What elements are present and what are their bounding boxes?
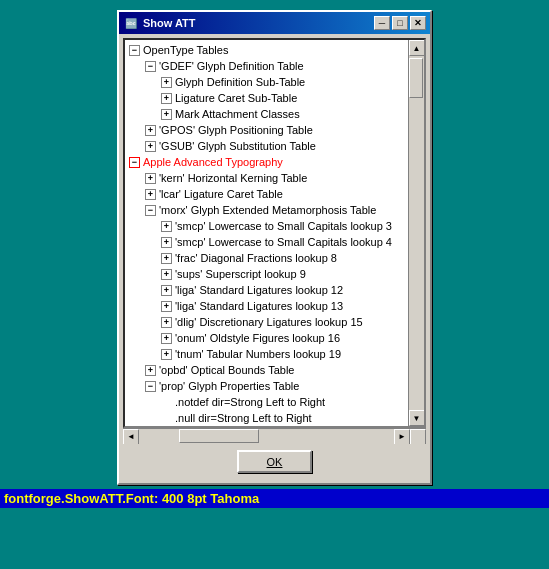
tree-row[interactable]: +'liga' Standard Ligatures lookup 12 (127, 282, 406, 298)
expand-plus-icon[interactable]: + (161, 317, 172, 328)
window-icon: 🔤 (123, 15, 139, 31)
tree-row[interactable]: +'onum' Oldstyle Figures lookup 16 (127, 330, 406, 346)
scroll-track-v[interactable] (409, 56, 424, 410)
tree-row[interactable]: +'sups' Superscript lookup 9 (127, 266, 406, 282)
expand-plus-icon[interactable]: + (161, 221, 172, 232)
scroll-corner (410, 429, 426, 445)
tree-row[interactable]: +'opbd' Optical Bounds Table (127, 362, 406, 378)
tree-row[interactable]: .null dir=Strong Left to Right (127, 410, 406, 426)
tree-node-label: OpenType Tables (143, 42, 228, 58)
scroll-thumb-v[interactable] (409, 58, 423, 98)
window-title: Show ATT (143, 17, 374, 29)
tree-row[interactable]: +'GPOS' Glyph Positioning Table (127, 122, 406, 138)
expand-plus-icon[interactable]: + (145, 173, 156, 184)
tree-node-label: 'kern' Horizontal Kerning Table (159, 170, 307, 186)
tree-scroll-content[interactable]: −OpenType Tables−'GDEF' Glyph Definition… (125, 40, 408, 426)
tree-row[interactable]: +Glyph Definition Sub-Table (127, 74, 406, 90)
tree-row[interactable]: +Ligature Caret Sub-Table (127, 90, 406, 106)
scroll-thumb-h[interactable] (179, 429, 259, 443)
tree-row[interactable]: −'morx' Glyph Extended Metamorphosis Tab… (127, 202, 406, 218)
tree-node-label: 'tnum' Tabular Numbers lookup 19 (175, 346, 341, 362)
scroll-track-h[interactable] (139, 429, 394, 444)
tree-node-label: 'opbd' Optical Bounds Table (159, 362, 294, 378)
scroll-left-button[interactable]: ◄ (123, 429, 139, 445)
tree-row[interactable]: +'lcar' Ligature Caret Table (127, 186, 406, 202)
tree-node-label: 'liga' Standard Ligatures lookup 12 (175, 282, 343, 298)
expand-minus-icon[interactable]: − (129, 45, 140, 56)
expand-plus-icon[interactable]: + (161, 269, 172, 280)
tree-node-label: 'liga' Standard Ligatures lookup 13 (175, 298, 343, 314)
expand-plus-icon[interactable]: + (161, 253, 172, 264)
expand-plus-icon[interactable]: + (161, 285, 172, 296)
tree-row[interactable]: +'kern' Horizontal Kerning Table (127, 170, 406, 186)
tree-row[interactable]: +Mark Attachment Classes (127, 106, 406, 122)
vertical-scrollbar: ▲ ▼ (408, 40, 424, 426)
tree-row[interactable]: +'dlig' Discretionary Ligatures lookup 1… (127, 314, 406, 330)
ok-button[interactable]: OK (237, 450, 312, 473)
expand-minus-red-icon[interactable]: − (129, 157, 140, 168)
expand-minus-icon[interactable]: − (145, 381, 156, 392)
tree-node-label: Mark Attachment Classes (175, 106, 300, 122)
horizontal-scrollbar: ◄ ► (123, 428, 426, 444)
tree-row[interactable]: +'frac' Diagonal Fractions lookup 8 (127, 250, 406, 266)
tree-row[interactable]: +'smcp' Lowercase to Small Capitals look… (127, 218, 406, 234)
expand-plus-icon[interactable]: + (161, 109, 172, 120)
expand-plus-icon[interactable]: + (145, 125, 156, 136)
expand-minus-icon[interactable]: − (145, 61, 156, 72)
tree-node-label: 'frac' Diagonal Fractions lookup 8 (175, 250, 337, 266)
tree-row[interactable]: −'GDEF' Glyph Definition Table (127, 58, 406, 74)
main-window: 🔤 Show ATT ─ □ ✕ −OpenType Tables−'GDEF'… (117, 10, 432, 485)
tree-row[interactable]: .notdef dir=Strong Left to Right (127, 394, 406, 410)
expand-plus-icon[interactable]: + (161, 93, 172, 104)
tree-node-label: Apple Advanced Typography (143, 154, 283, 170)
tree-node-label: 'prop' Glyph Properties Table (159, 378, 299, 394)
tree-row[interactable]: +'tnum' Tabular Numbers lookup 19 (127, 346, 406, 362)
tree-row[interactable]: +'GSUB' Glyph Substitution Table (127, 138, 406, 154)
tree-row[interactable]: −'prop' Glyph Properties Table (127, 378, 406, 394)
tree-row[interactable]: −Apple Advanced Typography (127, 154, 406, 170)
close-button[interactable]: ✕ (410, 16, 426, 30)
tree-row[interactable]: +'smcp' Lowercase to Small Capitals look… (127, 234, 406, 250)
tree-node-label: 'GSUB' Glyph Substitution Table (159, 138, 316, 154)
bottom-bar: OK (123, 444, 426, 479)
status-text: fontforge.ShowATT.Font: 400 8pt Tahoma (4, 491, 259, 506)
title-bar: 🔤 Show ATT ─ □ ✕ (119, 12, 430, 34)
tree-node-label: 'morx' Glyph Extended Metamorphosis Tabl… (159, 202, 376, 218)
scroll-down-button[interactable]: ▼ (409, 410, 425, 426)
tree-node-label: 'smcp' Lowercase to Small Capitals looku… (175, 234, 392, 250)
tree-row[interactable]: −OpenType Tables (127, 42, 406, 58)
maximize-button[interactable]: □ (392, 16, 408, 30)
scroll-up-button[interactable]: ▲ (409, 40, 425, 56)
expand-plus-icon[interactable]: + (161, 301, 172, 312)
expand-plus-icon[interactable]: + (161, 77, 172, 88)
expand-plus-icon[interactable]: + (161, 237, 172, 248)
expand-plus-icon[interactable]: + (145, 141, 156, 152)
tree-node-label: 'GPOS' Glyph Positioning Table (159, 122, 313, 138)
tree-node-label: 'onum' Oldstyle Figures lookup 16 (175, 330, 340, 346)
tree-container: −OpenType Tables−'GDEF' Glyph Definition… (123, 38, 426, 428)
tree-node-label: 'lcar' Ligature Caret Table (159, 186, 283, 202)
tree-node-label: 'sups' Superscript lookup 9 (175, 266, 306, 282)
tree-node-label: .notdef dir=Strong Left to Right (175, 394, 325, 410)
minimize-button[interactable]: ─ (374, 16, 390, 30)
tree-node-label: .null dir=Strong Left to Right (175, 410, 312, 426)
tree-node-label: 'GDEF' Glyph Definition Table (159, 58, 304, 74)
expand-minus-icon[interactable]: − (145, 205, 156, 216)
expand-plus-icon[interactable]: + (145, 189, 156, 200)
status-bar: fontforge.ShowATT.Font: 400 8pt Tahoma (0, 489, 549, 508)
expand-plus-icon[interactable]: + (161, 333, 172, 344)
scroll-right-button[interactable]: ► (394, 429, 410, 445)
expand-plus-icon[interactable]: + (161, 349, 172, 360)
content-area: −OpenType Tables−'GDEF' Glyph Definition… (119, 34, 430, 483)
title-buttons: ─ □ ✕ (374, 16, 426, 30)
tree-node-label: 'dlig' Discretionary Ligatures lookup 15 (175, 314, 363, 330)
tree-node-label: 'smcp' Lowercase to Small Capitals looku… (175, 218, 392, 234)
tree-row[interactable]: +'liga' Standard Ligatures lookup 13 (127, 298, 406, 314)
tree-node-label: Glyph Definition Sub-Table (175, 74, 305, 90)
tree-node-label: Ligature Caret Sub-Table (175, 90, 297, 106)
expand-plus-icon[interactable]: + (145, 365, 156, 376)
